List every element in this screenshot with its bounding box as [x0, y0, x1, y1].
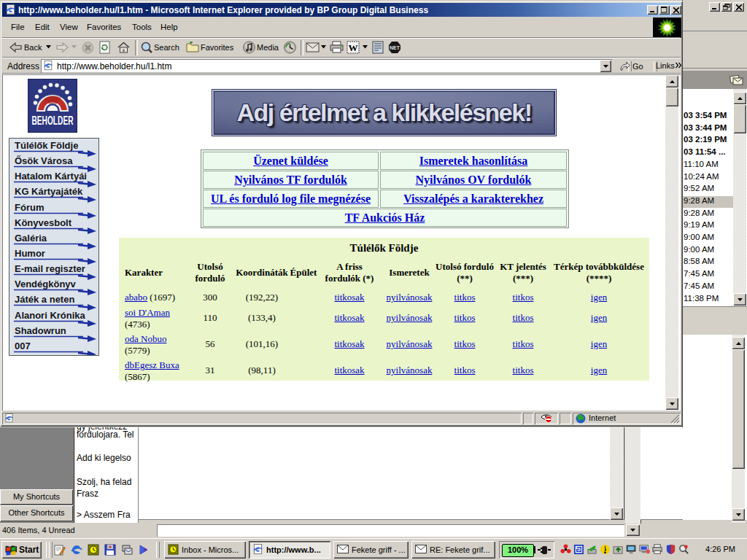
- svg-text:BEHOLDER: BEHOLDER: [32, 114, 74, 127]
- svg-text:NET: NET: [390, 45, 400, 50]
- svg-text:W: W: [349, 42, 358, 53]
